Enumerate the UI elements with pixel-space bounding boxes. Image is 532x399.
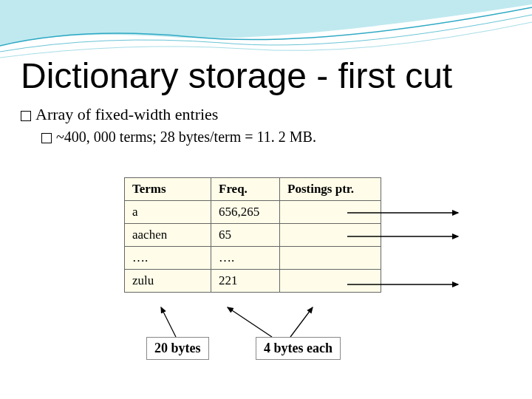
svg-line-4	[228, 307, 272, 337]
bullet-box-icon	[21, 111, 31, 121]
cell-ptr	[280, 224, 381, 247]
cell-freq: ….	[211, 247, 280, 270]
bullet-1-text: Array of fixed-width entries	[35, 105, 218, 123]
cell-freq: 221	[211, 270, 280, 293]
label-20-bytes: 20 bytes	[146, 337, 209, 360]
cell-ptr	[280, 247, 381, 270]
bullet-level-2: ~400, 000 terms; 28 bytes/term = 11. 2 M…	[41, 129, 511, 146]
cell-term: ….	[125, 247, 211, 270]
svg-line-3	[161, 307, 176, 337]
slide-title: Dictionary storage - first cut	[21, 58, 511, 95]
cell-freq: 656,265	[211, 201, 280, 224]
bullet-level-1: Array of fixed-width entries	[21, 105, 511, 124]
bullet-2-text: ~400, 000 terms; 28 bytes/term = 11. 2 M…	[56, 129, 316, 145]
table-row: zulu 221	[125, 270, 381, 293]
th-ptr: Postings ptr.	[280, 178, 381, 201]
table-row: aachen 65	[125, 224, 381, 247]
table-row: …. ….	[125, 247, 381, 270]
table-row: a 656,265	[125, 201, 381, 224]
label-4-bytes-each: 4 bytes each	[256, 337, 341, 360]
th-terms: Terms	[125, 178, 211, 201]
cell-term: zulu	[125, 270, 211, 293]
cell-ptr	[280, 270, 381, 293]
bullet-box-icon	[41, 133, 52, 143]
svg-line-5	[290, 307, 313, 337]
cell-ptr	[280, 201, 381, 224]
cell-term: a	[125, 201, 211, 224]
th-freq: Freq.	[211, 178, 280, 201]
dictionary-table: Terms Freq. Postings ptr. a 656,265 aach…	[124, 177, 381, 293]
cell-freq: 65	[211, 224, 280, 247]
cell-term: aachen	[125, 224, 211, 247]
byte-label-arrows	[124, 304, 390, 340]
